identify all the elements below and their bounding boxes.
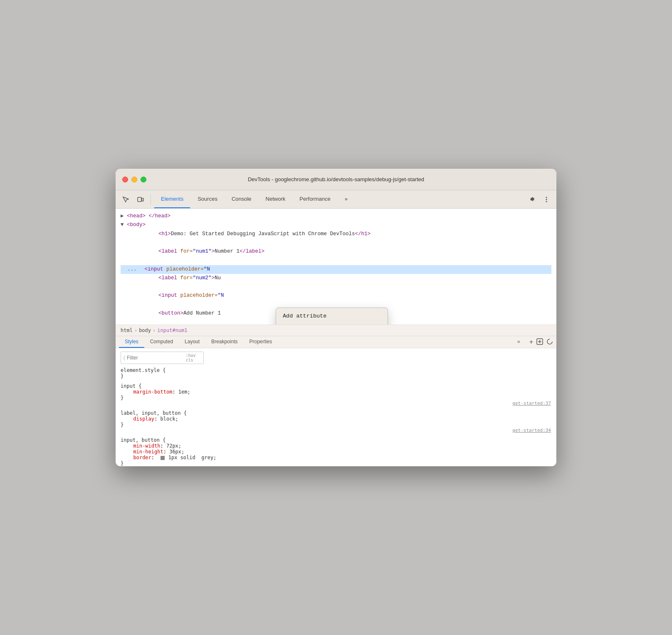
tab-panel-more[interactable]: »: [511, 336, 526, 348]
tab-styles[interactable]: Styles: [119, 336, 144, 348]
dom-panel[interactable]: ▶ <head> </head> ▼ <body> <h1>Demo: Get …: [116, 209, 556, 325]
css-prop-min-height: min-height: 36px;: [121, 449, 551, 455]
filter-icon: 〈: [124, 355, 125, 361]
toggle-dark-mode-icon[interactable]: [546, 338, 553, 346]
dom-line-highlighted: ... <input placeholder="N: [121, 265, 551, 274]
css-prop-border: border: 1px solid grey;: [121, 455, 551, 460]
main-content: ▶ <head> </head> ▼ <body> <h1>Demo: Get …: [116, 209, 556, 466]
styles-area: 〈 :hov cls element.style { } input { mar…: [116, 348, 556, 466]
svg-point-3: [546, 199, 547, 200]
css-close: }: [121, 460, 551, 466]
pseudo-cls-icon[interactable]: :hov cls: [185, 353, 201, 362]
more-options-icon[interactable]: [540, 193, 553, 206]
css-selector: input, button {: [121, 437, 551, 443]
dom-line: ▶ <head> </head>: [121, 212, 551, 221]
title-bar: DevTools - googlechrome.github.io/devtoo…: [116, 169, 556, 190]
svg-point-2: [546, 197, 547, 198]
css-rule-label-input-button: label, input, button { display: block; }…: [121, 410, 551, 433]
tab-layout[interactable]: Layout: [179, 336, 205, 348]
context-menu: Add attribute Edit attribute Edit as HTM…: [276, 308, 388, 325]
bottom-panel: Styles Computed Layout Breakpoints Prope…: [116, 336, 556, 466]
devtools-toolbar: Elements Sources Console Network Perform…: [116, 190, 556, 209]
tab-more[interactable]: »: [338, 190, 354, 208]
inspect-icon[interactable]: [119, 193, 132, 206]
svg-rect-0: [138, 197, 141, 202]
dom-line: <label for="num1">Number 1</label>: [121, 247, 551, 265]
tab-sources[interactable]: Sources: [191, 190, 224, 208]
tab-performance[interactable]: Performance: [293, 190, 337, 208]
dom-line: <label for="num2">Nu: [121, 274, 551, 292]
tab-computed[interactable]: Computed: [144, 336, 179, 348]
css-selector: element.style {: [121, 367, 551, 373]
breadcrumb: html › body › input#num1: [116, 325, 556, 336]
styles-left: 〈 :hov cls element.style { } input { mar…: [116, 348, 556, 466]
css-close: }: [121, 373, 551, 379]
tab-list: Elements Sources Console Network Perform…: [154, 190, 354, 208]
toggle-element-state-icon[interactable]: [536, 338, 543, 346]
css-rule-input: input { margin-bottom: 1em; } get-starte…: [121, 383, 551, 406]
tab-properties[interactable]: Properties: [243, 336, 278, 348]
tab-elements[interactable]: Elements: [154, 190, 190, 208]
devtools-window: DevTools - googlechrome.github.io/devtoo…: [116, 169, 556, 466]
css-selector: input {: [121, 383, 551, 389]
toolbar-divider: [151, 194, 151, 204]
filter-input[interactable]: [127, 355, 185, 361]
css-prop-min-width: min-width: 72px;: [121, 443, 551, 449]
bc-body[interactable]: body: [139, 327, 151, 333]
tab-breakpoints[interactable]: Breakpoints: [205, 336, 243, 348]
traffic-lights: [122, 177, 146, 182]
window-title: DevTools - googlechrome.github.io/devtoo…: [248, 176, 424, 182]
css-source-37: get-started:37: [121, 401, 551, 406]
svg-rect-1: [142, 198, 143, 201]
panel-tab-list: Styles Computed Layout Breakpoints Prope…: [116, 336, 556, 348]
bc-input-num1[interactable]: input#num1: [157, 327, 187, 333]
settings-icon[interactable]: [525, 193, 538, 206]
minimize-button[interactable]: [131, 177, 137, 182]
css-close: }: [121, 422, 551, 428]
dom-line: <h1>Demo: Get Started Debugging JavaScri…: [121, 230, 551, 248]
dom-line: <input placeholder="N: [121, 291, 551, 309]
maximize-button[interactable]: [141, 177, 146, 182]
tab-console[interactable]: Console: [225, 190, 258, 208]
css-rule-input-button: input, button { min-width: 72px; min-hei…: [121, 437, 551, 466]
css-selector: label, input, button {: [121, 410, 551, 416]
close-button[interactable]: [122, 177, 128, 182]
css-source-34: get-started:34: [121, 428, 551, 433]
new-style-rule-icon[interactable]: +: [529, 338, 533, 346]
css-prop-margin: margin-bottom: 1em;: [121, 389, 551, 395]
css-close: }: [121, 395, 551, 401]
filter-bar[interactable]: 〈 :hov cls: [121, 352, 204, 364]
toolbar-right: [525, 193, 553, 206]
css-rule-element-style: element.style { }: [121, 367, 551, 379]
bc-html[interactable]: html: [121, 327, 133, 333]
ctx-add-attribute[interactable]: Add attribute: [276, 310, 388, 323]
dom-line: ▼ <body>: [121, 221, 551, 229]
tab-network[interactable]: Network: [259, 190, 292, 208]
css-prop-display: display: block;: [121, 416, 551, 422]
svg-point-4: [546, 201, 547, 202]
device-toggle-icon[interactable]: [134, 193, 147, 206]
